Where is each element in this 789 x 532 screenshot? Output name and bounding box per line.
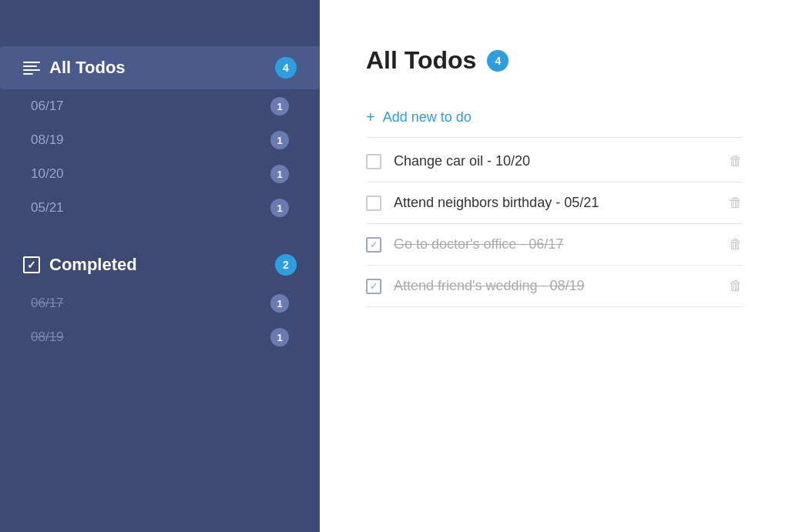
sidebar-sub-item-0521[interactable]: 05/21 1 [15,191,304,225]
completed-badge-0617: 1 [270,294,289,313]
all-todos-sub-items: 06/17 1 08/19 1 10/20 1 05/21 1 [0,89,320,225]
sidebar-sub-item-0819[interactable]: 08/19 1 [15,123,304,157]
trash-icon-4[interactable]: 🗑 [729,278,743,294]
sub-item-badge-0521: 1 [270,199,289,217]
todo-item-3: Go to doctor's office - 06/17 🗑 [366,224,743,266]
add-label: Add new to do [383,109,472,125]
todo-list: Change car oil - 10/20 🗑 Attend neighbor… [366,141,743,307]
sub-item-badge-0819: 1 [270,131,289,149]
sidebar-sub-item-1020[interactable]: 10/20 1 [15,157,304,191]
sub-item-badge-1020: 1 [270,165,289,183]
sidebar-completed-section: Completed 2 06/17 1 08/19 1 [0,243,320,354]
trash-icon-2[interactable]: 🗑 [729,195,743,211]
sub-item-badge-0617: 1 [270,97,289,115]
todo-item-1: Change car oil - 10/20 🗑 [366,141,743,182]
completed-sub-item-0617[interactable]: 06/17 1 [15,286,304,320]
todo-text-2: Attend neighbors birthday - 05/21 [394,195,717,211]
todo-checkbox-2[interactable] [366,196,381,211]
completed-checkbox-icon [23,256,40,273]
list-icon [23,61,40,75]
todo-item-2: Attend neighbors birthday - 05/21 🗑 [366,182,743,224]
todo-checkbox-4[interactable] [366,279,381,294]
sidebar-all-todos-title: All Todos [23,58,126,78]
completed-badge-0819: 1 [270,328,289,346]
trash-icon-1[interactable]: 🗑 [729,153,743,169]
sidebar-completed-title: Completed [23,255,137,275]
add-icon: + [366,109,375,126]
trash-icon-3[interactable]: 🗑 [729,236,743,253]
todo-checkbox-1[interactable] [366,154,381,169]
todo-text-4: Attend friend's wedding - 08/19 [394,278,717,294]
all-todos-badge: 4 [275,57,297,79]
todo-text-3: Go to doctor's office - 06/17 [394,236,717,253]
todo-text-1: Change car oil - 10/20 [394,153,717,169]
main-header: All Todos 4 [366,46,743,75]
completed-sub-item-0819[interactable]: 08/19 1 [15,320,304,354]
main-content: All Todos 4 + Add new to do Change car o… [320,0,789,532]
add-todo-row[interactable]: + Add new to do [366,98,743,138]
main-count-badge: 4 [487,50,509,72]
todo-checkbox-3[interactable] [366,237,381,253]
sidebar-sub-item-0617[interactable]: 06/17 1 [15,89,304,123]
sidebar-completed[interactable]: Completed 2 [0,243,320,286]
completed-badge: 2 [275,254,297,276]
sidebar-all-todos[interactable]: All Todos 4 [0,46,320,89]
main-title: All Todos [366,46,476,75]
sidebar: All Todos 4 06/17 1 08/19 1 10/20 1 05/2… [0,0,320,532]
completed-sub-items: 06/17 1 08/19 1 [0,286,320,354]
todo-item-4: Attend friend's wedding - 08/19 🗑 [366,266,743,307]
